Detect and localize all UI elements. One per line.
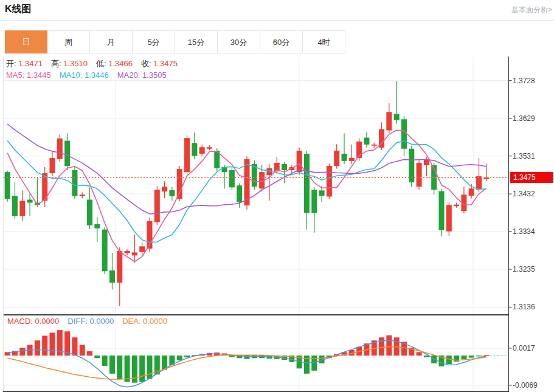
candle[interactable] <box>349 145 355 164</box>
candle[interactable] <box>237 183 242 207</box>
candle[interactable] <box>35 178 40 207</box>
macd-bar <box>19 348 25 356</box>
macd-bar <box>139 356 145 382</box>
candle[interactable] <box>461 187 466 213</box>
legend-item: 开: 1.3471 <box>6 59 43 68</box>
tab-周[interactable]: 周 <box>47 30 90 53</box>
candle[interactable] <box>386 103 392 133</box>
candle[interactable] <box>102 227 108 274</box>
candle[interactable] <box>401 116 407 156</box>
candle[interactable] <box>169 187 175 201</box>
candle[interactable] <box>334 144 339 168</box>
macd-bar <box>72 337 77 356</box>
macd-bar <box>117 356 122 379</box>
macd-tick-label: -0.0069 <box>513 381 538 390</box>
candle[interactable] <box>94 217 100 242</box>
macd-bar <box>469 356 474 358</box>
candle[interactable] <box>80 193 85 199</box>
current-price-badge: 1.3475 <box>510 172 553 183</box>
candle[interactable] <box>327 163 332 199</box>
candle[interactable] <box>109 253 115 289</box>
price-tick-label: 1.3728 <box>513 77 535 85</box>
candle[interactable] <box>304 151 310 230</box>
candle[interactable] <box>379 122 384 150</box>
candle[interactable] <box>5 171 10 202</box>
legend-item: MACD: 0.0000 <box>7 317 59 326</box>
kline-page: 1.37281.36291.35311.34321.33341.32351.31… <box>0 0 554 392</box>
candle[interactable] <box>117 247 122 306</box>
gridlines: 1.37281.36291.35311.34321.33341.32351.31… <box>4 57 535 391</box>
price-tick-label: 1.3432 <box>513 190 535 198</box>
candle[interactable] <box>72 166 77 199</box>
candle[interactable] <box>132 235 137 263</box>
legend-item: 低: 1.3466 <box>96 59 133 68</box>
macd-bar <box>417 352 422 356</box>
candle[interactable] <box>356 139 362 161</box>
candle[interactable] <box>311 187 317 233</box>
candle[interactable] <box>12 182 18 219</box>
tab-月[interactable]: 月 <box>90 30 133 53</box>
price-tick-label: 1.3136 <box>513 303 535 311</box>
price-tick-label: 1.3629 <box>513 114 535 123</box>
tab-5分[interactable]: 5分 <box>133 30 175 53</box>
macd-bar <box>125 356 130 382</box>
tab-15分[interactable]: 15分 <box>175 30 218 53</box>
candle[interactable] <box>162 181 167 198</box>
tab-日[interactable]: 日 <box>5 30 47 53</box>
fundamental-analysis-link[interactable]: 基本面分析> <box>511 5 552 15</box>
macd-bar <box>184 356 190 357</box>
candle[interactable] <box>57 134 63 162</box>
macd-bar <box>386 335 392 356</box>
macd-tick-label: 0.0017 <box>513 344 535 352</box>
period-tab-bar: 日周月5分15分30分60分4时 <box>5 30 345 53</box>
candle[interactable] <box>266 164 272 201</box>
candle[interactable] <box>417 160 422 190</box>
candles-layer[interactable] <box>5 81 490 306</box>
price-tick-label: 1.3334 <box>513 227 535 236</box>
candle[interactable] <box>192 132 197 160</box>
macd-bar <box>94 356 100 358</box>
candle[interactable] <box>19 190 25 221</box>
candle[interactable] <box>446 202 452 236</box>
legend-item: 高: 1.3510 <box>51 59 88 68</box>
macd-panel[interactable]: 0.0017-0.0069 <box>4 330 538 390</box>
candle[interactable] <box>476 158 482 193</box>
macd-bar <box>311 356 317 371</box>
macd-bar <box>35 340 40 356</box>
page-title: K线图 <box>5 3 32 16</box>
legend-item: DIFF: 0.0000 <box>68 317 114 326</box>
tab-4时[interactable]: 4时 <box>303 30 345 53</box>
macd-bar <box>177 356 182 360</box>
tab-30分[interactable]: 30分 <box>218 30 260 53</box>
candle[interactable] <box>64 134 70 170</box>
candle[interactable] <box>229 168 235 190</box>
candle[interactable] <box>27 193 33 216</box>
candle[interactable] <box>394 81 400 124</box>
candle[interactable] <box>207 145 212 150</box>
tab-60分[interactable]: 60分 <box>260 30 303 53</box>
candle[interactable] <box>409 146 414 187</box>
macd-bar <box>461 356 466 359</box>
candle[interactable] <box>154 186 160 225</box>
panel-separator <box>3 314 509 315</box>
candle[interactable] <box>364 132 369 148</box>
legend-item: DEA: 0.0000 <box>122 317 167 326</box>
candle[interactable] <box>252 160 257 190</box>
candle[interactable] <box>372 143 377 148</box>
candle[interactable] <box>199 145 205 157</box>
candle[interactable] <box>342 134 347 164</box>
ma-legend: MA5: 1.3445MA10: 1.3446MA20: 1.3505 <box>6 70 175 80</box>
header: K线图 基本面分析> <box>0 0 554 21</box>
macd-bar <box>483 355 489 356</box>
macd-bar <box>42 335 47 356</box>
candle[interactable] <box>439 189 445 236</box>
candle[interactable] <box>454 203 459 208</box>
macd-bar <box>109 356 115 374</box>
candle[interactable] <box>184 136 190 175</box>
candle[interactable] <box>125 249 130 255</box>
macd-bar <box>87 351 92 356</box>
candle[interactable] <box>50 152 55 176</box>
legend-item: MA5: 1.3445 <box>6 70 51 80</box>
dea-line <box>7 347 486 379</box>
legend-item: MA10: 1.3446 <box>60 70 109 80</box>
